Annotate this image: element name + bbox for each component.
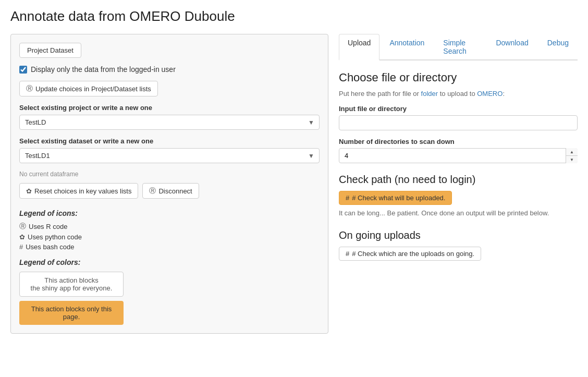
tab-download[interactable]: Download	[487, 34, 537, 59]
ongoing-heading: On going uploads	[339, 229, 578, 241]
disconnect-button[interactable]: Ⓡ Disconnect	[142, 183, 199, 199]
check-upload-button[interactable]: # # Check what will be uploaded.	[339, 191, 452, 205]
spinner-down[interactable]: ▼	[566, 156, 578, 163]
ongoing-hash-icon: #	[346, 250, 349, 258]
tab-simple-search[interactable]: Simple Search	[434, 34, 486, 59]
legend-colors-title: Legend of colors:	[19, 258, 320, 266]
color-block-gold: This action blocks only this page.	[19, 301, 124, 325]
check-ongoing-button[interactable]: # # Check which are the uploads on going…	[339, 247, 481, 261]
dir-scan-wrapper: ▲ ▼	[339, 148, 578, 163]
check-path-heading: Check path (no need to login)	[339, 174, 578, 186]
spinner-up[interactable]: ▲	[566, 148, 578, 156]
python-legend-icon: ✿	[19, 233, 25, 241]
display-logged-in-row: Display only the data from the logged-in…	[19, 65, 320, 74]
omero-link[interactable]: OMERO	[477, 90, 503, 98]
dataset-select-label: Select existing dataset or write a new o…	[19, 137, 320, 145]
action-buttons-row: ✿ Reset choices in key values lists Ⓡ Di…	[19, 183, 320, 199]
dataset-select[interactable]: TestLD1	[19, 148, 320, 163]
check-hash-icon: #	[346, 194, 349, 202]
legend-icons-title: Legend of icons:	[19, 209, 320, 217]
legend-python-item: ✿ Uses python code	[19, 233, 320, 241]
dataset-select-wrapper: TestLD1 ▼	[19, 148, 320, 163]
right-panel: Upload Annotation Simple Search Download…	[339, 34, 578, 334]
dir-scan-label: Number of directories to scan down	[339, 138, 578, 145]
r-icon-disconnect: Ⓡ	[149, 186, 156, 196]
legend-section: Legend of icons: Ⓡ Uses R code ✿ Uses py…	[19, 209, 320, 325]
tab-debug[interactable]: Debug	[538, 34, 578, 59]
display-logged-in-label: Display only the data from the logged-in…	[31, 65, 176, 74]
check-note-text: It can be long... Be patient. Once done …	[339, 209, 578, 217]
project-select-wrapper: TestLD ▼	[19, 115, 320, 130]
left-panel: Project Dataset Display only the data fr…	[10, 34, 328, 334]
no-dataframe-text: No current dataframe	[19, 171, 320, 178]
left-card: Project Dataset Display only the data fr…	[10, 34, 328, 334]
legend-r-item: Ⓡ Uses R code	[19, 222, 320, 231]
legend-bash-item: # Uses bash code	[19, 243, 320, 251]
project-select[interactable]: TestLD	[19, 115, 320, 130]
r-icon: Ⓡ	[26, 84, 33, 93]
tabs-bar: Upload Annotation Simple Search Download…	[339, 34, 578, 60]
spinner-buttons: ▲ ▼	[566, 148, 578, 163]
choose-help-text: Put here the path for file or folder to …	[339, 90, 578, 98]
tab-upload[interactable]: Upload	[339, 34, 379, 60]
input-file-label: Input file or directory	[339, 105, 578, 113]
hash-legend-icon: #	[19, 243, 23, 251]
display-logged-in-checkbox[interactable]	[19, 66, 27, 74]
project-dataset-tab[interactable]: Project Dataset	[19, 43, 81, 58]
tab-annotation[interactable]: Annotation	[381, 34, 433, 59]
color-block-white: This action blocks the shiny app for eve…	[19, 272, 124, 297]
project-select-label: Select existing project or write a new o…	[19, 104, 320, 112]
reset-choices-button[interactable]: ✿ Reset choices in key values lists	[19, 183, 138, 199]
input-file-field[interactable]	[339, 115, 578, 130]
python-icon: ✿	[26, 187, 32, 195]
page-title: Annotate data from OMERO Duboule	[10, 8, 578, 25]
folder-link[interactable]: folder	[421, 90, 438, 98]
update-choices-button[interactable]: Ⓡ Update choices in Project/Dataset list…	[19, 81, 158, 96]
upload-tab-content: Choose file or directory Put here the pa…	[339, 71, 578, 261]
r-legend-icon: Ⓡ	[19, 222, 26, 231]
dir-scan-input[interactable]	[339, 148, 578, 163]
choose-heading: Choose file or directory	[339, 71, 578, 84]
